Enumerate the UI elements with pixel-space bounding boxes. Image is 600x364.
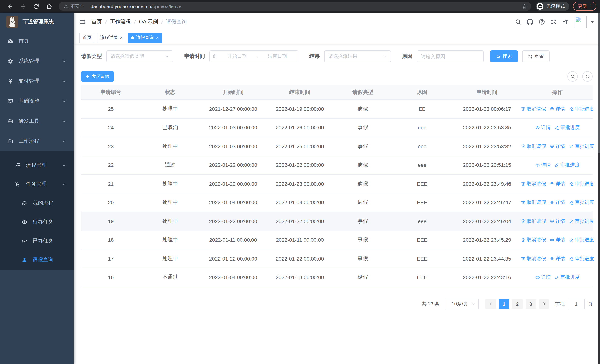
refresh-table-button[interactable] [582, 71, 593, 82]
detail-link[interactable]: 详情 [550, 180, 565, 187]
url-bar[interactable]: 不安全 dashboard.yudao.iocoder.cn/bpm/oa/le… [58, 2, 531, 11]
table-row: 18处理中2022-01-11 00:00:002022-01-11 00:00… [81, 231, 593, 250]
tab-item[interactable]: 首页 [79, 32, 95, 43]
goto-page-input[interactable] [568, 299, 585, 309]
chevron-down-icon [62, 99, 66, 103]
result-select[interactable]: 请选择流结果 [324, 50, 391, 62]
progress-link[interactable]: 审批进度 [569, 218, 594, 225]
cell-id: 17 [81, 256, 141, 262]
eye-open-icon [550, 219, 554, 224]
page-number-button[interactable]: 3 [525, 299, 536, 309]
cell-start-time: 2022-01-04 00:00:00 [200, 200, 266, 205]
next-page-button[interactable] [539, 299, 549, 309]
fullscreen-icon[interactable] [550, 19, 557, 25]
scrollbar-thumb[interactable] [598, 13, 600, 153]
apply-time-range-picker[interactable]: 开始日期 - 结束日期 [209, 50, 298, 62]
sidebar-item[interactable]: 请假查询 [0, 250, 74, 269]
search-icon[interactable] [515, 19, 521, 25]
detail-link[interactable]: 详情 [550, 237, 565, 243]
progress-link[interactable]: 审批进度 [569, 237, 594, 243]
detail-link[interactable]: 详情 [550, 106, 565, 112]
page-size-select[interactable]: 10条/页 [445, 299, 479, 309]
sidebar-item[interactable]: 任务管理 [0, 175, 74, 194]
detail-link[interactable]: 详情 [535, 124, 551, 131]
sidebar-item[interactable]: 我的流程 [0, 194, 74, 212]
detail-link[interactable]: 详情 [550, 143, 565, 150]
browser-back-button[interactable] [7, 3, 13, 9]
close-icon[interactable]: × [156, 35, 159, 40]
cancel-link[interactable]: 取消请假 [521, 199, 546, 206]
sidebar-item[interactable]: 系统管理 [0, 51, 74, 71]
cell-end-time: 2022-01-22 00:00:00 [266, 218, 333, 224]
page-number-button[interactable]: 2 [512, 299, 523, 309]
progress-link[interactable]: 审批进度 [554, 274, 580, 281]
breadcrumb-link[interactable]: 工作流程 [110, 19, 131, 25]
progress-link[interactable]: 审批进度 [569, 180, 594, 187]
create-leave-button[interactable]: 发起请假 [81, 71, 114, 82]
sidebar-item[interactable]: 待办任务 [0, 212, 74, 231]
sidebar-item[interactable]: 首页 [0, 31, 74, 51]
cell-actions: 取消请假详情审批进度 [522, 255, 593, 262]
toggle-search-button[interactable] [567, 71, 578, 82]
browser-menu-icon[interactable] [589, 4, 594, 9]
cell-start-time: 2022-01-03 00:00:00 [200, 125, 266, 131]
tab-active[interactable]: 请假查询× [128, 32, 162, 43]
progress-link[interactable]: 审批进度 [569, 106, 594, 112]
progress-link[interactable]: 审批进度 [554, 124, 580, 131]
cell-apply-time: 2022-01-22 23:53:35 [452, 125, 522, 131]
sidebar-item[interactable]: 基础设施 [0, 91, 74, 111]
toolbox-icon [7, 118, 13, 124]
table-row: 19处理中2022-01-22 00:00:002022-01-22 00:00… [81, 212, 593, 231]
browser-forward-button[interactable] [20, 3, 26, 9]
app-logo[interactable]: 芋道管理系统 [0, 13, 74, 31]
breadcrumb-link[interactable]: OA 示例 [139, 19, 158, 25]
sidebar-item[interactable]: 工作流程 [0, 131, 74, 151]
bookmark-star-icon[interactable] [522, 3, 527, 9]
sidebar-item[interactable]: 已办任务 [0, 231, 74, 250]
github-icon[interactable] [527, 19, 533, 25]
detail-link[interactable]: 详情 [535, 162, 551, 168]
progress-link[interactable]: 审批进度 [569, 199, 594, 206]
cancel-link[interactable]: 取消请假 [521, 106, 546, 112]
reason-input[interactable] [417, 50, 484, 62]
detail-link[interactable]: 详情 [550, 199, 565, 206]
pen-icon [554, 163, 559, 168]
page-number-button[interactable]: 1 [499, 299, 509, 309]
cancel-link[interactable]: 取消请假 [521, 218, 546, 225]
prev-page-button[interactable] [486, 299, 496, 309]
progress-link[interactable]: 审批进度 [569, 143, 594, 150]
leave-type-label: 请假类型 [81, 53, 106, 60]
app-title: 芋道管理系统 [23, 19, 54, 25]
reset-button[interactable]: 重置 [522, 50, 550, 62]
cancel-link[interactable]: 取消请假 [521, 143, 546, 150]
question-icon[interactable] [538, 19, 545, 25]
caret-down-icon[interactable] [590, 20, 594, 24]
hamburger-icon[interactable] [79, 19, 86, 25]
search-button[interactable]: 搜索 [490, 50, 518, 62]
pen-icon [569, 107, 574, 111]
cell-apply-time: 2022-01-22 23:53:32 [452, 143, 522, 149]
cancel-link[interactable]: 取消请假 [521, 180, 546, 187]
browser-update-button[interactable]: 更新 [573, 2, 596, 11]
font-size-icon[interactable] [562, 19, 569, 25]
leave-type-select[interactable]: 请选择请假类型 [106, 50, 173, 62]
browser-home-button[interactable] [46, 3, 52, 9]
progress-link[interactable]: 审批进度 [554, 162, 580, 168]
cancel-link[interactable]: 取消请假 [521, 237, 546, 243]
breadcrumb-link[interactable]: 首页 [92, 19, 102, 25]
detail-link[interactable]: 详情 [550, 255, 565, 262]
detail-link[interactable]: 详情 [535, 274, 551, 281]
cancel-link[interactable]: 取消请假 [521, 255, 546, 262]
scrollbar[interactable] [598, 13, 600, 364]
user-avatar[interactable] [574, 16, 587, 28]
sidebar-item[interactable]: 研发工具 [0, 111, 74, 131]
browser-reload-button[interactable] [33, 3, 39, 9]
tab-item[interactable]: 流程详情× [97, 32, 126, 43]
detail-link[interactable]: 详情 [550, 218, 565, 225]
sidebar-item[interactable]: 流程管理 [0, 156, 74, 175]
sidebar-item-label: 已办任务 [33, 237, 53, 244]
progress-link[interactable]: 审批进度 [569, 255, 594, 262]
close-icon[interactable]: × [120, 35, 123, 40]
sidebar-item[interactable]: 支付管理 [0, 71, 74, 91]
cell-reason: eee [393, 125, 452, 131]
